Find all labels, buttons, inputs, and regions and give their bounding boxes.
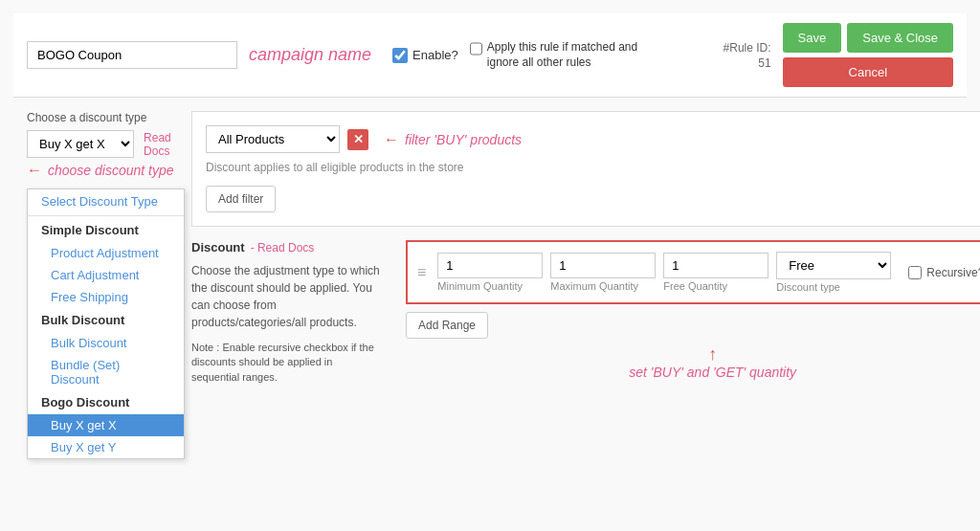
products-section: All Products ✕ ← filter 'BUY' products D… xyxy=(191,111,980,227)
discount-dropdown: Select Discount Type Simple Discount Pro… xyxy=(27,188,185,459)
discount-annotation-text: choose discount type xyxy=(48,163,174,178)
free-qty-wrap: Free Quantity xyxy=(663,253,768,292)
campaign-name-label: campaign name xyxy=(249,45,371,65)
max-qty-input[interactable] xyxy=(550,253,656,278)
dd-header-bulk: Bulk Discount xyxy=(28,308,184,332)
add-range-button[interactable]: Add Range xyxy=(406,312,488,339)
recursive-label: Recursive? xyxy=(926,266,980,279)
dd-buy-x-get-x[interactable]: Buy X get X xyxy=(28,414,184,436)
all-products-select[interactable]: All Products xyxy=(206,125,340,153)
discount-applies-text: Discount applies to all eligible product… xyxy=(206,161,980,174)
discount-description: Choose the adjustment type to which the … xyxy=(191,262,383,331)
campaign-input[interactable]: BOGO Coupon xyxy=(27,41,237,69)
discount-label-row: Discount - Read Docs xyxy=(191,240,383,254)
min-qty-wrap: Minimum Quantity xyxy=(437,253,543,292)
free-qty-label: Free Quantity xyxy=(663,280,768,292)
dd-bulk-discount[interactable]: Bulk Discount xyxy=(28,332,184,354)
buy-get-annotation: ↑ set 'BUY' and 'GET' quantity xyxy=(406,344,980,380)
read-docs-link-discount[interactable]: - Read Docs xyxy=(251,241,315,254)
discount-annotation: ← choose discount type xyxy=(27,162,191,179)
discount-title: Discount xyxy=(191,240,245,254)
add-filter-button[interactable]: Add filter xyxy=(206,186,276,212)
dd-cart-adjustment[interactable]: Cart Adjustment xyxy=(28,264,184,286)
discount-type-select[interactable]: Buy X get X xyxy=(27,130,134,158)
save-button[interactable]: Save xyxy=(783,23,842,53)
discount-type-select-wrap: Buy X get X Read Docs xyxy=(27,130,191,158)
max-qty-wrap: Maximum Quantity xyxy=(550,253,656,292)
discount-range-panel: ≡ Minimum Quantity Maximum Quantity Free… xyxy=(406,240,980,385)
cancel-button[interactable]: Cancel xyxy=(783,57,953,87)
rule-id-number: 51 xyxy=(724,56,771,70)
rule-id-label: #Rule ID: xyxy=(724,41,771,55)
dd-bundle-discount[interactable]: Bundle (Set) Discount xyxy=(28,354,184,390)
min-qty-label: Minimum Quantity xyxy=(437,280,543,292)
free-qty-input[interactable] xyxy=(663,253,768,278)
action-buttons: Save Save & Close Cancel xyxy=(783,23,953,87)
dd-free-shipping[interactable]: Free Shipping xyxy=(28,286,184,308)
filter-remove-btn[interactable]: ✕ xyxy=(347,129,368,150)
filter-arrow-icon: ← xyxy=(384,131,399,148)
rule-id-block: #Rule ID: 51 xyxy=(724,41,771,70)
discount-type-label: Choose a discount type xyxy=(27,111,191,124)
range-row: ≡ Minimum Quantity Maximum Quantity Free… xyxy=(406,240,980,304)
max-qty-label: Maximum Quantity xyxy=(550,280,656,292)
dd-header-simple: Simple Discount xyxy=(28,218,184,242)
discount-note: Note : Enable recursive checkbox if the … xyxy=(191,341,383,385)
dd-product-adjustment[interactable]: Product Adjustment xyxy=(28,242,184,264)
apply-rule-wrap: Apply this rule if matched and ignore al… xyxy=(470,40,661,70)
apply-rule-checkbox[interactable] xyxy=(470,42,482,55)
enable-checkbox[interactable] xyxy=(392,48,408,63)
enable-label: Enable? xyxy=(412,48,458,62)
filter-row: All Products ✕ ← filter 'BUY' products xyxy=(206,125,980,153)
recursive-checkbox[interactable] xyxy=(908,266,922,279)
read-docs-link-top[interactable]: Read Docs xyxy=(144,131,191,158)
discount-type-range-select[interactable]: Free xyxy=(776,252,891,279)
apply-rule-text: Apply this rule if matched and ignore al… xyxy=(487,40,661,70)
save-close-button[interactable]: Save & Close xyxy=(847,23,953,53)
discount-type-range-wrap: Free Discount type xyxy=(776,252,891,293)
buy-get-arrow-icon: ↑ xyxy=(406,344,980,365)
filter-annotation: ← filter 'BUY' products xyxy=(384,131,522,148)
drag-handle-icon[interactable]: ≡ xyxy=(417,264,426,281)
buy-get-annotation-text: set 'BUY' and 'GET' quantity xyxy=(406,365,980,380)
dd-header-bogo: Bogo Discount xyxy=(28,390,184,414)
discount-description-panel: Discount - Read Docs Choose the adjustme… xyxy=(191,240,392,385)
discount-bottom-section: Discount - Read Docs Choose the adjustme… xyxy=(191,240,980,385)
enable-checkbox-wrap: Enable? xyxy=(392,48,458,63)
dd-buy-x-get-y[interactable]: Buy X get Y xyxy=(28,436,184,458)
discount-type-range-label: Discount type xyxy=(776,281,891,293)
top-bar: BOGO Coupon campaign name Enable? Apply … xyxy=(13,13,967,98)
filter-annotation-text: filter 'BUY' products xyxy=(405,132,522,147)
min-qty-input[interactable] xyxy=(437,253,543,278)
arrow-icon: ← xyxy=(27,162,42,179)
dd-select-type[interactable]: Select Discount Type xyxy=(28,189,184,213)
recursive-wrap: Recursive? ✕ xyxy=(908,263,980,282)
